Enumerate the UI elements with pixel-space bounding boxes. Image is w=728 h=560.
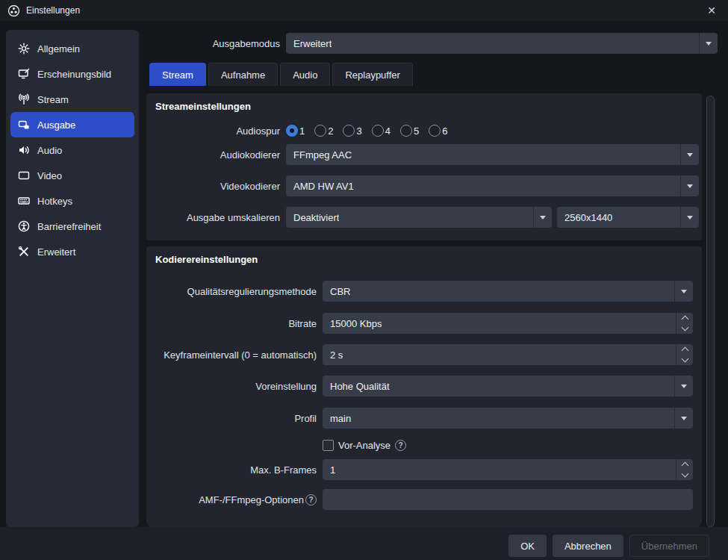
- audio-track-radio-2[interactable]: 2: [314, 125, 333, 137]
- rescale-select[interactable]: Deaktiviert: [286, 207, 552, 228]
- sidebar-item-label: Barrierefreiheit: [37, 221, 101, 232]
- output-icon: [17, 119, 30, 131]
- tab-stream[interactable]: Stream: [149, 63, 206, 86]
- rescale-resolution-select[interactable]: 2560x1440: [557, 207, 699, 228]
- chevron-down-icon: [680, 207, 699, 228]
- stream-icon: [17, 93, 30, 106]
- pre-analysis-label: Vor-Analyse: [338, 440, 391, 451]
- audio-track-radio-6[interactable]: 6: [429, 125, 447, 137]
- sidebar-item-allgemein[interactable]: Allgemein: [10, 36, 134, 61]
- tab-replaypuffer[interactable]: Replaypuffer: [332, 63, 412, 86]
- window-title: Einstellungen: [26, 5, 80, 16]
- spin-up-icon[interactable]: [676, 313, 693, 323]
- radio-icon: [286, 125, 298, 137]
- sidebar-item-label: Audio: [37, 145, 62, 156]
- footer-buttons: OK Abbrechen Übernehmen: [508, 535, 709, 557]
- ffmpeg-options-input[interactable]: [323, 489, 693, 510]
- video-icon: [17, 169, 30, 182]
- title-bar: Einstellungen ✕: [0, 0, 728, 21]
- radio-icon: [429, 125, 441, 137]
- audio-track-radio-1[interactable]: 1: [286, 125, 305, 137]
- chevron-down-icon: [674, 408, 693, 429]
- stream-settings-panel: Streameinstellungen Audiospur 123456 Aud…: [146, 93, 702, 240]
- sidebar-item-barrierefreiheit[interactable]: Barrierefreiheit: [10, 214, 134, 239]
- spin-up-icon[interactable]: [676, 459, 693, 470]
- profile-value: main: [323, 413, 351, 424]
- hotkeys-icon: [17, 195, 30, 208]
- audio-track-radio-4[interactable]: 4: [372, 125, 391, 137]
- spin-down-icon[interactable]: [676, 470, 693, 480]
- gear-icon: [17, 43, 30, 55]
- sidebar-item-label: Video: [37, 170, 62, 181]
- video-encoder-select[interactable]: AMD HW AV1: [286, 175, 699, 196]
- settings-dialog: Einstellungen ✕ AllgemeinErscheinungsbil…: [0, 0, 728, 560]
- audio-encoder-value: FFmpeg AAC: [286, 149, 352, 161]
- radio-label: 3: [356, 125, 361, 137]
- apply-button[interactable]: Übernehmen: [629, 535, 709, 557]
- audio-encoder-label: Audiokodierer: [146, 144, 280, 165]
- sidebar-item-hotkeys[interactable]: Hotkeys: [10, 188, 134, 214]
- sidebar-item-erscheinungsbild[interactable]: Erscheinungsbild: [10, 61, 134, 87]
- sidebar-item-ausgabe[interactable]: Ausgabe: [10, 112, 134, 137]
- vertical-scrollbar[interactable]: [706, 96, 715, 527]
- preset-select[interactable]: Hohe Qualität: [323, 376, 693, 396]
- bitrate-label: Bitrate: [146, 313, 317, 334]
- max-bframes-label: Max. B-Frames: [146, 459, 317, 480]
- max-bframes-value: 1: [323, 464, 335, 476]
- sidebar-item-label: Stream: [37, 94, 69, 105]
- spinner-buttons: [676, 459, 693, 480]
- appearance-icon: [17, 68, 30, 81]
- spin-down-icon[interactable]: [676, 323, 693, 334]
- spin-up-icon[interactable]: [676, 344, 693, 355]
- rescale-resolution-value: 2560x1440: [557, 212, 612, 223]
- chevron-down-icon: [674, 376, 693, 396]
- output-mode-label: Ausgabemodus: [149, 33, 280, 54]
- sidebar-item-erweitert[interactable]: Erweitert: [10, 239, 134, 264]
- spin-down-icon[interactable]: [676, 355, 693, 365]
- help-icon[interactable]: ?: [395, 440, 406, 451]
- rate-control-select[interactable]: CBR: [323, 281, 693, 302]
- radio-icon: [400, 125, 412, 137]
- audio-icon: [17, 144, 30, 157]
- bitrate-spinbox[interactable]: 15000 Kbps: [323, 313, 693, 334]
- radio-icon: [314, 125, 326, 137]
- radio-label: 5: [414, 125, 419, 137]
- rescale-label: Ausgabe umskalieren: [146, 207, 280, 228]
- keyframe-interval-spinbox[interactable]: 2 s: [323, 344, 693, 365]
- spinner-buttons: [676, 313, 693, 334]
- rescale-value: Deaktiviert: [286, 212, 339, 223]
- help-icon[interactable]: ?: [305, 494, 317, 505]
- tab-audio[interactable]: Audio: [280, 63, 330, 86]
- sidebar-item-stream[interactable]: Stream: [10, 87, 134, 112]
- close-icon[interactable]: ✕: [703, 4, 721, 16]
- audio-track-radio-5[interactable]: 5: [400, 125, 419, 137]
- video-encoder-value: AMD HW AV1: [286, 181, 354, 192]
- sidebar-item-video[interactable]: Video: [10, 163, 134, 188]
- keyframe-interval-value: 2 s: [323, 349, 343, 361]
- profile-select[interactable]: main: [323, 408, 693, 429]
- chevron-down-icon: [533, 207, 552, 228]
- audio-encoder-select[interactable]: FFmpeg AAC: [286, 144, 699, 165]
- ok-button[interactable]: OK: [508, 535, 547, 557]
- sidebar-item-audio[interactable]: Audio: [10, 137, 134, 163]
- max-bframes-spinbox[interactable]: 1: [323, 459, 693, 480]
- tab-aufnahme[interactable]: Aufnahme: [208, 63, 278, 86]
- radio-label: 1: [299, 125, 305, 137]
- output-mode-value: Erweitert: [286, 38, 332, 49]
- cancel-button[interactable]: Abbrechen: [553, 535, 623, 557]
- radio-label: 4: [385, 125, 391, 137]
- advanced-icon: [17, 246, 30, 258]
- encoder-settings-title: Kodierereinstellungen: [155, 254, 258, 265]
- radio-icon: [343, 125, 355, 137]
- spinner-buttons: [676, 344, 693, 365]
- radio-label: 6: [442, 125, 447, 137]
- sidebar-item-label: Hotkeys: [37, 196, 72, 207]
- audio-track-radio-3[interactable]: 3: [343, 125, 361, 137]
- audio-track-radio-group: 123456: [286, 123, 447, 138]
- pre-analysis-row: Vor-Analyse ?: [323, 439, 406, 451]
- chevron-down-icon: [699, 33, 718, 54]
- ffmpeg-options-label: AMF-/FFmpeg-Optionen?: [146, 489, 317, 510]
- output-mode-select[interactable]: Erweitert: [286, 33, 718, 54]
- chevron-down-icon: [680, 175, 699, 196]
- pre-analysis-checkbox[interactable]: [323, 440, 334, 451]
